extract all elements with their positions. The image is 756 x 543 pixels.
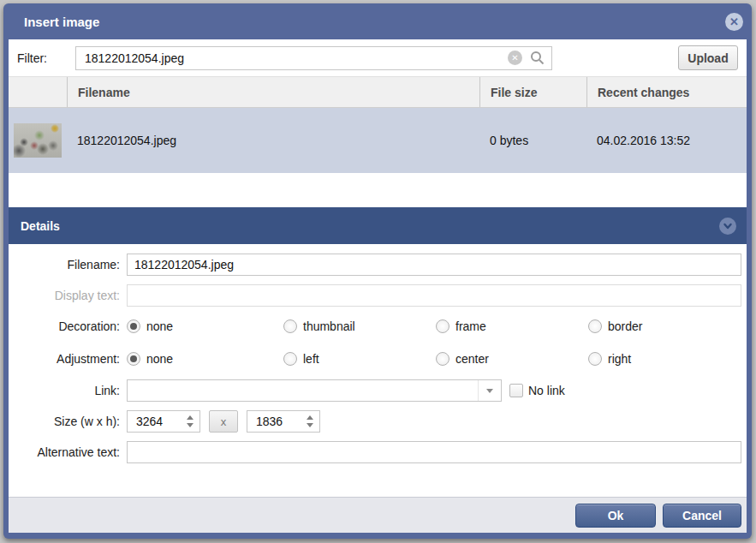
height-stepper-arrows[interactable] [307, 415, 313, 427]
display-text-field [127, 284, 741, 307]
close-icon[interactable]: ✕ [725, 13, 743, 31]
cancel-button[interactable]: Cancel [663, 504, 741, 528]
table-row[interactable]: 18122012054.jpeg 0 bytes 04.02.2016 13:5… [9, 108, 747, 173]
column-header-filename[interactable]: Filename [67, 77, 479, 107]
filename-field[interactable] [127, 254, 741, 276]
file-thumbnail-cell [9, 123, 67, 158]
table-empty-area [9, 173, 747, 207]
display-text-label: Display text: [9, 289, 120, 302]
upload-button[interactable]: Upload [678, 45, 738, 70]
adjustment-label: Adjustment: [9, 352, 120, 366]
decoration-option-label: frame [455, 319, 486, 333]
spinner-down-icon[interactable] [307, 423, 313, 431]
decoration-radio-border[interactable] [588, 319, 602, 333]
spinner-up-icon[interactable] [187, 412, 193, 420]
spinner-up-icon[interactable] [307, 412, 313, 420]
width-value: 3264 [136, 415, 163, 428]
size-label: Size (w x h): [9, 415, 120, 428]
adjustment-radio-none[interactable] [127, 352, 140, 366]
column-header-recent-changes[interactable]: Recent changes [586, 77, 747, 107]
adjustment-radio-left[interactable] [283, 352, 297, 366]
adjustment-options: none left center right [127, 352, 741, 366]
decoration-option-none: none [127, 319, 283, 333]
file-thumbnail-image [14, 123, 62, 158]
ok-button[interactable]: Ok [575, 504, 656, 528]
alternative-text-label: Alternative text: [9, 445, 120, 459]
dialog-footer: Ok Cancel [9, 497, 747, 533]
decoration-label: Decoration: [9, 319, 120, 333]
collapse-details-icon[interactable] [719, 218, 736, 235]
decoration-option-label: border [608, 319, 642, 333]
link-row: Link: No link [9, 379, 741, 402]
filter-input[interactable] [85, 51, 508, 65]
adjustment-option-label: none [146, 352, 173, 366]
file-row-size: 0 bytes [479, 134, 586, 147]
adjustment-option-label: center [455, 352, 489, 366]
dialog-title: Insert image [24, 15, 725, 29]
filename-label: Filename: [9, 258, 120, 272]
adjustment-option-left: left [283, 352, 436, 366]
dialog-content: Filter: ✕ Upload Filename File size Rece… [9, 39, 747, 533]
size-link-button[interactable]: x [209, 410, 238, 433]
decoration-option-label: thumbnail [303, 319, 355, 333]
display-text-row: Display text: [9, 284, 741, 307]
file-table-header: Filename File size Recent changes [9, 77, 747, 108]
decoration-row: Decoration: none thumbnail frame [9, 315, 741, 337]
file-row-filename: 18122012054.jpeg [67, 134, 479, 147]
adjustment-row: Adjustment: none left center [9, 348, 741, 370]
decoration-options: none thumbnail frame border [127, 319, 741, 333]
spinner-down-icon[interactable] [187, 423, 193, 431]
adjustment-option-none: none [127, 352, 283, 366]
search-icon[interactable] [530, 51, 545, 65]
filter-label: Filter: [17, 51, 75, 65]
height-stepper[interactable]: 1836 [247, 410, 320, 433]
alternative-text-row: Alternative text: [9, 441, 741, 463]
file-row-recent-changes: 04.02.2016 13:52 [586, 134, 747, 147]
filter-row: Filter: ✕ Upload [9, 39, 747, 77]
decoration-option-label: none [146, 319, 173, 333]
adjustment-radio-right[interactable] [588, 352, 602, 366]
adjustment-option-label: right [608, 352, 631, 366]
decoration-option-frame: frame [436, 319, 588, 333]
width-stepper[interactable]: 3264 [127, 410, 200, 433]
decoration-option-border: border [588, 319, 741, 333]
no-link-label: No link [528, 384, 565, 397]
no-link-checkbox[interactable] [509, 384, 523, 397]
height-value: 1836 [256, 415, 283, 428]
link-dropdown[interactable] [127, 379, 502, 402]
details-title: Details [21, 219, 719, 233]
link-label: Link: [9, 384, 120, 397]
size-row: Size (w x h): 3264 x 1836 [9, 410, 741, 433]
alternative-text-field[interactable] [127, 441, 741, 463]
adjustment-option-label: left [303, 352, 319, 366]
dialog-titlebar: Insert image ✕ [3, 3, 752, 39]
details-form: Filename: Display text: Decoration: none… [9, 244, 747, 497]
clear-filter-icon[interactable]: ✕ [508, 51, 522, 65]
column-header-file-size[interactable]: File size [479, 77, 586, 107]
filename-row: Filename: [9, 254, 741, 276]
adjustment-option-center: center [436, 352, 588, 366]
decoration-radio-thumbnail[interactable] [283, 319, 297, 333]
details-section-header: Details [9, 207, 747, 244]
width-stepper-arrows[interactable] [187, 415, 193, 427]
column-header-thumbnail [9, 77, 67, 107]
adjustment-radio-center[interactable] [436, 352, 449, 366]
decoration-radio-none[interactable] [127, 319, 140, 333]
dropdown-arrow-icon[interactable] [478, 380, 501, 401]
insert-image-dialog: Insert image ✕ Filter: ✕ Upload Filename [3, 3, 752, 539]
decoration-radio-frame[interactable] [436, 319, 449, 333]
decoration-option-thumbnail: thumbnail [283, 319, 436, 333]
filter-input-wrap: ✕ [75, 46, 552, 70]
adjustment-option-right: right [588, 352, 741, 366]
